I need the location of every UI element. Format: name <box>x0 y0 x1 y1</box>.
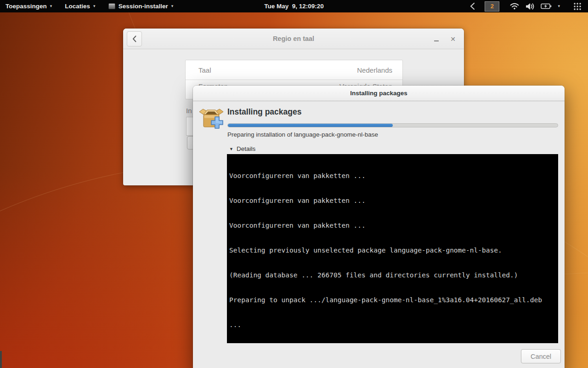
chevron-down-icon: ▾ <box>50 4 52 8</box>
chevron-left-icon[interactable] <box>470 2 475 10</box>
install-progress-bar <box>227 123 558 127</box>
install-progress-fill <box>228 124 393 127</box>
dialog-title: Installing packages <box>350 90 407 97</box>
terminal-line: ... <box>229 321 556 329</box>
terminal-line: Voorconfigureren van pakketten ... <box>229 221 556 230</box>
battery-icon[interactable] <box>541 3 552 9</box>
terminal-line: Preparing to unpack .../language-pack-gn… <box>229 296 556 304</box>
package-install-icon <box>198 108 225 132</box>
row-language-value: Nederlands <box>357 66 392 74</box>
close-button[interactable]: ✕ <box>447 29 459 49</box>
app-grid-icon[interactable] <box>573 2 582 11</box>
clock-label[interactable]: Tue May 9, 12:09:20 <box>264 3 324 10</box>
chevron-down-icon: ▾ <box>171 4 174 8</box>
input-sources-heading: In <box>186 107 192 115</box>
terminal-line: Voorconfigureren van pakketten ... <box>229 196 556 205</box>
terminal-output: Voorconfigureren van pakketten ... Voorc… <box>227 154 558 343</box>
back-button[interactable] <box>127 31 142 46</box>
expander-arrow-icon: ▼ <box>229 147 233 151</box>
minimize-icon <box>434 40 439 41</box>
window-app-icon <box>108 3 115 9</box>
minimize-button[interactable] <box>430 29 443 49</box>
workspace-indicator[interactable]: 2 <box>485 1 499 12</box>
offscreen-window-edge <box>0 351 2 368</box>
menu-places-label: Locaties <box>65 3 90 10</box>
window-title: Regio en taal <box>123 35 464 42</box>
menu-places[interactable]: Locaties ▾ <box>65 0 95 12</box>
chevron-down-icon: ▾ <box>93 4 96 8</box>
details-label: Details <box>237 145 255 152</box>
details-expander[interactable]: ▼ Details <box>229 145 255 152</box>
region-window-headerbar[interactable]: Regio en taal ✕ <box>123 29 464 49</box>
menu-applications-label: Toepassingen <box>6 3 47 10</box>
system-menu-chevron-icon[interactable]: ▾ <box>558 4 560 8</box>
cancel-button[interactable]: Cancel <box>521 349 561 363</box>
terminal-line: Selecting previously unselected package … <box>229 246 556 254</box>
terminal-line: Voorconfigureren van pakketten ... <box>229 172 556 180</box>
wifi-icon[interactable] <box>510 3 519 10</box>
top-panel: Toepassingen ▾ Locaties ▾ Session-instal… <box>0 0 588 12</box>
installing-packages-dialog: Installing packages Installing packages … <box>193 86 565 368</box>
volume-icon[interactable] <box>525 3 535 10</box>
terminal-line: (Reading database ... 266705 files and d… <box>229 271 556 279</box>
row-language[interactable]: Taal Nederlands <box>186 60 402 80</box>
cancel-button-label: Cancel <box>531 353 551 360</box>
menu-applications[interactable]: Toepassingen ▾ <box>6 0 52 12</box>
menu-session-installer[interactable]: Session-installer ▾ <box>108 0 174 12</box>
dialog-heading: Installing packages <box>227 107 301 117</box>
workspace-number: 2 <box>491 3 494 10</box>
row-language-label: Taal <box>198 66 211 74</box>
menu-session-installer-label: Session-installer <box>119 3 168 10</box>
dialog-titlebar[interactable]: Installing packages <box>193 86 565 101</box>
install-status-text: Preparing installation of language-pack-… <box>227 131 378 138</box>
